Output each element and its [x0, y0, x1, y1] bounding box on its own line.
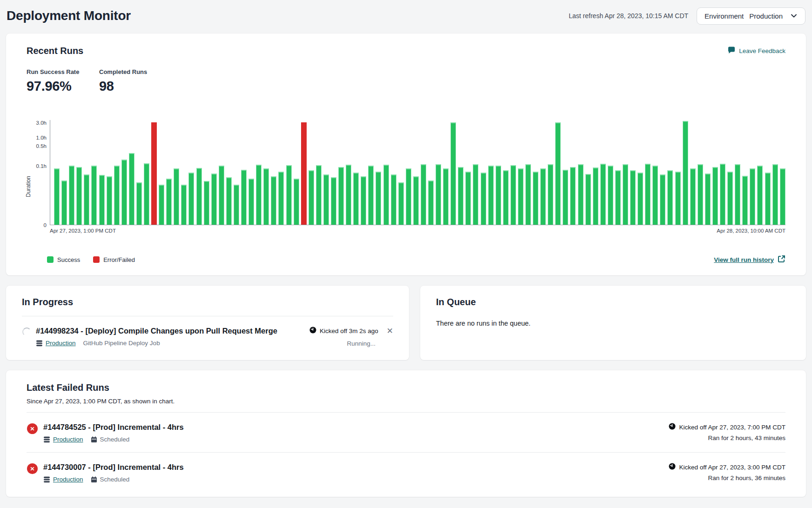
chart-bar[interactable] [757, 166, 763, 225]
chart-bar[interactable] [166, 179, 172, 225]
chart-bar[interactable] [735, 164, 740, 225]
chart-bar[interactable] [705, 174, 711, 225]
chart-bar[interactable] [667, 170, 673, 225]
chart-bar[interactable] [211, 174, 217, 225]
chart-bar[interactable] [555, 122, 561, 225]
chart-bar[interactable] [623, 164, 628, 225]
chart-bar[interactable] [54, 168, 60, 225]
chart-bar[interactable] [286, 165, 292, 225]
chart-bar[interactable] [585, 174, 591, 225]
chart-bar[interactable] [368, 166, 374, 225]
chart-bar[interactable] [234, 185, 239, 225]
environment-link[interactable]: Production [43, 436, 83, 443]
chart-bar[interactable] [406, 168, 411, 225]
chart-bar[interactable] [683, 121, 688, 225]
chart-bar[interactable] [750, 168, 755, 225]
chart-bar[interactable] [518, 168, 523, 225]
chart-bar[interactable] [204, 181, 209, 225]
chart-bar[interactable] [720, 164, 725, 225]
chart-bar[interactable] [159, 185, 164, 225]
chart-bar[interactable] [353, 173, 359, 225]
environment-dropdown[interactable]: Environment Production [697, 7, 805, 25]
chart-bar[interactable] [772, 164, 778, 225]
environment-link[interactable]: Production [36, 340, 76, 347]
chart-bar[interactable] [136, 182, 142, 225]
chart-bar[interactable] [563, 170, 568, 225]
environment-link[interactable]: Production [43, 476, 83, 483]
chart-bar[interactable] [450, 122, 456, 225]
leave-feedback-link[interactable]: Leave Feedback [727, 47, 785, 55]
chart-bar[interactable] [548, 164, 553, 225]
chart-bar[interactable] [600, 164, 606, 225]
chart-bar[interactable] [698, 164, 703, 225]
chart-bar[interactable] [346, 165, 351, 225]
chart-bar[interactable] [196, 168, 202, 225]
chart-bar[interactable] [188, 173, 194, 225]
chart-bar[interactable] [436, 164, 441, 225]
chart-bar[interactable] [675, 172, 681, 225]
view-full-run-history-link[interactable]: View full run history [714, 255, 785, 264]
chart-bar[interactable] [465, 172, 471, 225]
chart-bar[interactable] [510, 165, 516, 225]
chart-bar[interactable] [323, 174, 329, 225]
chart-bar[interactable] [84, 174, 89, 225]
chart-bar[interactable] [144, 163, 149, 225]
chart-bar[interactable] [765, 173, 771, 225]
chart-bar[interactable] [391, 174, 396, 225]
chart-bar[interactable] [398, 182, 404, 225]
chart-bar[interactable] [570, 167, 576, 225]
chart-bar[interactable] [151, 122, 157, 225]
chart-bar[interactable] [256, 165, 262, 225]
chart-bar[interactable] [107, 176, 112, 225]
chart-bar[interactable] [248, 179, 254, 225]
chart-bar[interactable] [271, 176, 276, 225]
chart-bar[interactable] [428, 180, 434, 225]
chart-bar[interactable] [69, 166, 74, 225]
chart-bar[interactable] [121, 160, 127, 225]
chart-bar[interactable] [361, 176, 366, 225]
chart-bar[interactable] [241, 170, 247, 225]
chart-bar[interactable] [652, 166, 658, 225]
chart-bar[interactable] [496, 166, 501, 225]
close-icon[interactable]: ✕ [387, 327, 393, 335]
chart-bar[interactable] [488, 166, 494, 225]
chart-bar[interactable] [91, 166, 97, 225]
chart-bar[interactable] [226, 177, 232, 225]
chart-bar[interactable] [421, 164, 426, 225]
chart-bar[interactable] [443, 168, 449, 225]
chart-bar[interactable] [376, 172, 381, 225]
chart-bar[interactable] [481, 173, 486, 225]
chart-bar[interactable] [690, 168, 696, 225]
chart-bar[interactable] [338, 167, 344, 225]
chart-bar[interactable] [540, 168, 546, 225]
chart-bar[interactable] [458, 167, 463, 225]
chart-bar[interactable] [99, 175, 105, 225]
chart-bar[interactable] [61, 180, 67, 225]
chart-bar[interactable] [181, 185, 187, 225]
chart-bar[interactable] [413, 176, 419, 225]
chart-bar[interactable] [630, 170, 636, 225]
chart-bar[interactable] [174, 168, 179, 225]
chart-bar[interactable] [129, 153, 134, 225]
chart-bar[interactable] [503, 170, 509, 225]
chart-bar[interactable] [525, 164, 531, 225]
chart-bar[interactable] [316, 165, 322, 225]
chart-bar[interactable] [301, 122, 307, 225]
chart-bar[interactable] [638, 173, 643, 225]
chart-bar[interactable] [608, 166, 613, 225]
chart-bar[interactable] [727, 172, 733, 225]
chart-bar[interactable] [331, 177, 336, 225]
chart-bar[interactable] [309, 170, 314, 225]
chart-bar[interactable] [263, 168, 269, 225]
chart-bar[interactable] [660, 174, 665, 225]
chart-bar[interactable] [593, 167, 598, 225]
chart-bar[interactable] [473, 164, 478, 225]
chart-bar[interactable] [578, 164, 584, 225]
chart-bar[interactable] [383, 165, 389, 225]
chart-bar[interactable] [294, 179, 299, 225]
chart-bar[interactable] [76, 167, 82, 225]
chart-bar[interactable] [645, 164, 651, 225]
chart-bar[interactable] [712, 167, 718, 225]
chart-bar[interactable] [780, 168, 785, 225]
chart-bar[interactable] [742, 176, 748, 225]
